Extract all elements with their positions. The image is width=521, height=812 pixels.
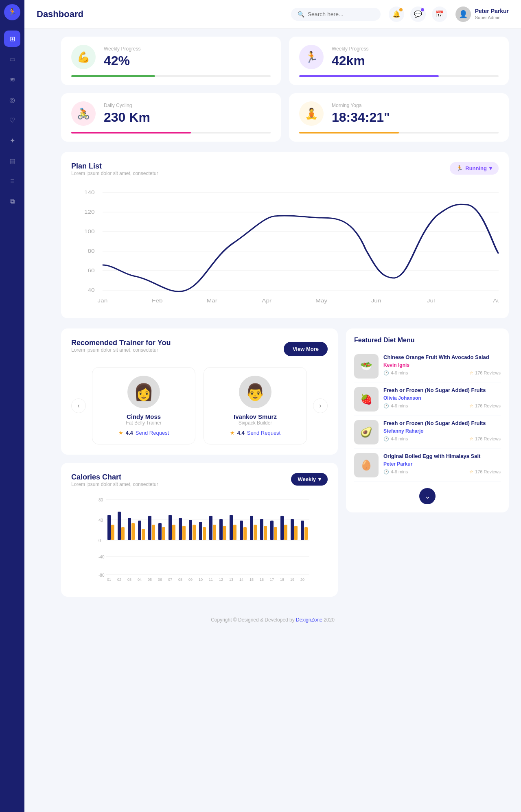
svg-rect-67 bbox=[294, 526, 298, 540]
stat-bar-3 bbox=[71, 132, 191, 134]
sidebar-item-list[interactable]: ≡ bbox=[4, 173, 20, 189]
svg-rect-54 bbox=[230, 515, 233, 540]
diet-time-2: 🕐 4-6 mins bbox=[383, 436, 408, 442]
trainer-card-0: 👩 Cindy Moss Fat Belly Trainer ★ 4.4 Sen… bbox=[92, 367, 195, 444]
stat-value-1: 42% bbox=[104, 53, 140, 68]
svg-rect-30 bbox=[107, 515, 111, 540]
svg-rect-61 bbox=[264, 526, 267, 540]
diet-more-button[interactable]: ⌄ bbox=[419, 488, 436, 504]
diet-info-0: Chinese Orange Fruit With Avocado Salad … bbox=[383, 354, 501, 379]
header: Dashboard 🔍 🔔 💬 📅 👤 Peter Parkur Super A… bbox=[24, 0, 521, 28]
svg-text:13: 13 bbox=[229, 578, 233, 582]
sidebar-item-monitor[interactable]: ▭ bbox=[4, 51, 20, 67]
svg-rect-46 bbox=[189, 520, 192, 540]
svg-text:Aug: Aug bbox=[493, 298, 499, 304]
sidebar-item-dashboard[interactable]: ⊞ bbox=[4, 31, 20, 47]
trainers-carousel: ‹ 👩 Cindy Moss Fat Belly Trainer ★ 4.4 bbox=[71, 367, 328, 444]
clock-icon-2: 🕐 bbox=[383, 436, 389, 442]
trainer-card-1: 👨 Ivankov Smurz Sixpack Builder ★ 4.4 Se… bbox=[204, 367, 307, 444]
chevron-down-icon: ▾ bbox=[489, 165, 492, 171]
svg-rect-31 bbox=[111, 525, 114, 540]
svg-rect-33 bbox=[121, 527, 125, 540]
header-icons: 🔔 💬 📅 👤 Peter Parkur Super Admin bbox=[389, 7, 509, 22]
svg-text:140: 140 bbox=[84, 190, 95, 195]
stat-card-yoga: 🧘 Morning Yoga 18:34:21" bbox=[289, 93, 509, 142]
trainer-role-1: Sixpack Builder bbox=[239, 420, 272, 426]
diet-info-3: Original Boiled Egg with Himalaya Salt P… bbox=[383, 453, 501, 477]
weekly-dropdown[interactable]: Weekly ▾ bbox=[291, 473, 328, 486]
diet-star-icon-3: ☆ bbox=[469, 469, 473, 475]
svg-text:80: 80 bbox=[99, 498, 103, 502]
diet-author-2: Stefanny Raharjo bbox=[383, 428, 501, 434]
view-more-button[interactable]: View More bbox=[284, 342, 328, 356]
monitor-icon: ▭ bbox=[9, 55, 15, 63]
svg-text:40: 40 bbox=[99, 518, 103, 523]
clock-icon-0: 🕐 bbox=[383, 370, 389, 376]
svg-text:10: 10 bbox=[199, 578, 203, 582]
plan-list-section: Plan List Lorem ipsum dolor sit amet, co… bbox=[61, 152, 509, 318]
diet-meta-2: 🕐 4-6 mins ☆ 176 Reviews bbox=[383, 436, 501, 442]
diet-thumb-3: 🥚 bbox=[354, 453, 379, 477]
footer: Copyright © Designed & Developed by Dexi… bbox=[24, 609, 521, 631]
svg-rect-48 bbox=[199, 522, 202, 540]
trainer-role-0: Fat Belly Trainer bbox=[126, 420, 161, 426]
svg-text:08: 08 bbox=[178, 578, 182, 582]
sidebar-item-chart[interactable]: ▤ bbox=[4, 153, 20, 169]
svg-rect-51 bbox=[213, 525, 216, 540]
sidebar-item-settings[interactable]: ✦ bbox=[4, 132, 20, 149]
diet-item-0: 🥗 Chinese Orange Fruit With Avocado Sala… bbox=[354, 350, 501, 383]
search-input[interactable] bbox=[308, 11, 369, 18]
diet-meta-1: 🕐 4-6 mins ☆ 176 Reviews bbox=[383, 403, 501, 409]
svg-rect-65 bbox=[284, 525, 287, 540]
calendar-button[interactable]: 📅 bbox=[432, 7, 447, 22]
send-request-0[interactable]: Send Request bbox=[136, 430, 169, 436]
bottom-row: Recomended Trainer for You Lorem ipsum d… bbox=[61, 328, 509, 597]
search-bar[interactable]: 🔍 bbox=[291, 8, 381, 21]
diet-thumb-2: 🥑 bbox=[354, 420, 379, 444]
sidebar-logo[interactable]: 🏃 bbox=[4, 4, 20, 20]
line-chart: 140 120 100 80 60 40 Jan Feb Mar Apr May… bbox=[71, 184, 499, 308]
diet-author-1: Olivia Johanson bbox=[383, 395, 501, 401]
svg-text:03: 03 bbox=[127, 578, 131, 582]
diet-time-1: 🕐 4-6 mins bbox=[383, 403, 408, 409]
messages-button[interactable]: 💬 bbox=[410, 7, 426, 22]
user-role: Super Admin bbox=[475, 15, 509, 20]
cycling-icon: 🚴 bbox=[71, 101, 96, 126]
diet-star-icon-1: ☆ bbox=[469, 403, 473, 409]
rating-num-1: 4.4 bbox=[237, 430, 245, 436]
svg-rect-47 bbox=[193, 525, 196, 540]
footer-brand[interactable]: DexignZone bbox=[296, 617, 322, 623]
svg-text:0: 0 bbox=[99, 538, 101, 543]
svg-text:16: 16 bbox=[260, 578, 264, 582]
stat-value-2: 42km bbox=[332, 53, 368, 68]
user-info[interactable]: 👤 Peter Parkur Super Admin bbox=[455, 7, 509, 22]
stat-label-4: Morning Yoga bbox=[332, 103, 390, 108]
svg-rect-55 bbox=[233, 525, 236, 540]
svg-text:40: 40 bbox=[88, 288, 95, 293]
diet-name-3: Original Boiled Egg with Himalaya Salt bbox=[383, 453, 501, 460]
sidebar-item-layers[interactable]: ⧉ bbox=[4, 193, 20, 210]
carousel-prev-button[interactable]: ‹ bbox=[71, 398, 86, 413]
trainer-avatar-0: 👩 bbox=[127, 376, 160, 408]
svg-rect-42 bbox=[169, 515, 172, 540]
trainers-section: Recomended Trainer for You Lorem ipsum d… bbox=[61, 328, 338, 455]
svg-text:15: 15 bbox=[250, 578, 254, 582]
svg-text:120: 120 bbox=[84, 210, 95, 215]
sidebar-item-heart[interactable]: ♡ bbox=[4, 112, 20, 128]
svg-text:01: 01 bbox=[107, 578, 111, 582]
sidebar-item-sliders[interactable]: ≋ bbox=[4, 71, 20, 88]
diet-time-0: 🕐 4-6 mins bbox=[383, 370, 408, 376]
notifications-button[interactable]: 🔔 bbox=[389, 7, 404, 22]
svg-rect-53 bbox=[223, 526, 226, 540]
logo-icon: 🏃 bbox=[8, 8, 17, 17]
send-request-1[interactable]: Send Request bbox=[247, 430, 280, 436]
diet-info-2: Fresh or Frozen (No Sugar Added) Fruits … bbox=[383, 420, 501, 444]
svg-text:14: 14 bbox=[239, 578, 243, 582]
stat-bar-1 bbox=[71, 75, 155, 77]
page-title: Dashboard bbox=[37, 9, 291, 20]
left-col: Recomended Trainer for You Lorem ipsum d… bbox=[61, 328, 338, 597]
sidebar-item-globe[interactable]: ◎ bbox=[4, 92, 20, 108]
running-dropdown[interactable]: 🏃 Running ▾ bbox=[450, 162, 499, 175]
svg-text:09: 09 bbox=[188, 578, 193, 582]
carousel-next-button[interactable]: › bbox=[313, 398, 328, 413]
